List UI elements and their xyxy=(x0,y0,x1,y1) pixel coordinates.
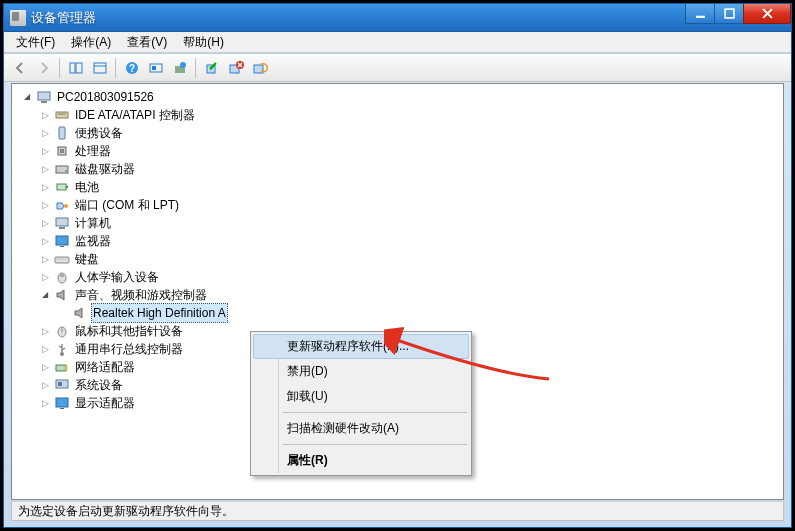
statusbar: 为选定设备启动更新驱动程序软件向导。 xyxy=(11,501,784,521)
show-hide-console-button[interactable] xyxy=(64,57,87,79)
titlebar: 设备管理器 xyxy=(4,4,791,32)
back-button[interactable] xyxy=(8,57,31,79)
context-menu-uninstall[interactable]: 卸载(U) xyxy=(253,384,469,409)
disk-drive-icon xyxy=(54,161,70,177)
svg-rect-37 xyxy=(60,274,64,277)
svg-rect-24 xyxy=(60,149,64,153)
expander-icon[interactable] xyxy=(37,197,53,213)
audio-device-icon xyxy=(72,305,88,321)
context-menu: 更新驱动程序软件(P)... 禁用(D) 卸载(U) 扫描检测硬件改动(A) 属… xyxy=(250,331,472,476)
menu-view[interactable]: 查看(V) xyxy=(119,32,175,53)
context-menu-separator xyxy=(283,412,467,413)
svg-rect-2 xyxy=(70,63,75,73)
svg-point-29 xyxy=(64,204,68,208)
keyboard-icon xyxy=(54,251,70,267)
usb-icon xyxy=(54,341,70,357)
close-button[interactable] xyxy=(743,4,791,24)
tree-root-label: PC201803091526 xyxy=(55,88,156,106)
context-menu-scan-hardware[interactable]: 扫描检测硬件改动(A) xyxy=(253,416,469,441)
disable-toolbar-button[interactable] xyxy=(224,57,247,79)
computer-category-icon xyxy=(54,215,70,231)
window-controls xyxy=(686,4,791,24)
expander-icon[interactable] xyxy=(37,251,53,267)
expander-icon[interactable] xyxy=(37,143,53,159)
forward-button[interactable] xyxy=(32,57,55,79)
processor-icon xyxy=(54,143,70,159)
svg-rect-27 xyxy=(57,184,66,190)
maximize-button[interactable] xyxy=(714,4,744,24)
expander-icon[interactable] xyxy=(37,179,53,195)
tree-item-computer[interactable]: 计算机 xyxy=(37,214,783,232)
expander-icon[interactable] xyxy=(37,395,53,411)
svg-rect-32 xyxy=(56,236,68,245)
tree-item-battery[interactable]: 电池 xyxy=(37,178,783,196)
tree-item-ide[interactable]: IDE ATA/ATAPI 控制器 xyxy=(37,106,783,124)
expander-icon[interactable] xyxy=(37,269,53,285)
portable-device-icon xyxy=(54,125,70,141)
monitor-icon xyxy=(54,233,70,249)
svg-rect-9 xyxy=(152,66,156,70)
context-menu-disable[interactable]: 禁用(D) xyxy=(253,359,469,384)
scan-hardware-toolbar-button[interactable] xyxy=(144,57,167,79)
refresh-toolbar-button[interactable] xyxy=(248,57,271,79)
expander-icon[interactable] xyxy=(37,287,53,303)
svg-text:?: ? xyxy=(128,63,134,74)
svg-point-26 xyxy=(65,170,67,172)
expander-icon[interactable] xyxy=(37,233,53,249)
menu-file[interactable]: 文件(F) xyxy=(8,32,63,53)
svg-rect-33 xyxy=(60,246,64,247)
expander-icon[interactable] xyxy=(37,359,53,375)
tree-item-processor[interactable]: 处理器 xyxy=(37,142,783,160)
menubar: 文件(F) 操作(A) 查看(V) 帮助(H) xyxy=(4,32,791,53)
expander-icon[interactable] xyxy=(37,215,53,231)
context-menu-properties[interactable]: 属性(R) xyxy=(253,448,469,473)
statusbar-text: 为选定设备启动更新驱动程序软件向导。 xyxy=(18,503,234,520)
tree-item-ports[interactable]: 端口 (COM 和 LPT) xyxy=(37,196,783,214)
tree-item-portable[interactable]: 便携设备 xyxy=(37,124,783,142)
context-menu-separator xyxy=(283,444,467,445)
battery-icon xyxy=(54,179,70,195)
minimize-button[interactable] xyxy=(685,4,715,24)
expander-icon[interactable] xyxy=(19,89,35,105)
selected-device-label: Realtek High Definition A xyxy=(91,303,228,323)
context-menu-update-driver[interactable]: 更新驱动程序软件(P)... xyxy=(253,334,469,359)
expander-icon[interactable] xyxy=(37,323,53,339)
svg-rect-20 xyxy=(56,112,68,118)
hid-icon xyxy=(54,269,70,285)
svg-rect-31 xyxy=(59,227,65,229)
svg-rect-45 xyxy=(58,382,62,386)
uninstall-toolbar-button[interactable] xyxy=(200,57,223,79)
computer-icon xyxy=(36,89,52,105)
svg-rect-43 xyxy=(66,366,68,370)
expander-icon[interactable] xyxy=(37,161,53,177)
menu-action[interactable]: 操作(A) xyxy=(63,32,119,53)
tree-item-sound[interactable]: 声音、视频和游戏控制器 xyxy=(37,286,783,304)
tree-root[interactable]: PC201803091526 xyxy=(19,88,783,106)
update-driver-toolbar-button[interactable] xyxy=(168,57,191,79)
system-device-icon xyxy=(54,377,70,393)
help-button[interactable]: ? xyxy=(120,57,143,79)
tree-item-disk[interactable]: 磁盘驱动器 xyxy=(37,160,783,178)
sound-icon xyxy=(54,287,70,303)
svg-rect-46 xyxy=(56,398,68,407)
expander-placeholder xyxy=(55,305,71,321)
svg-rect-19 xyxy=(41,101,47,103)
svg-rect-28 xyxy=(66,186,68,188)
expander-icon[interactable] xyxy=(37,107,53,123)
svg-rect-30 xyxy=(56,218,68,226)
svg-rect-18 xyxy=(38,92,50,100)
expander-icon[interactable] xyxy=(37,377,53,393)
expander-icon[interactable] xyxy=(37,125,53,141)
expander-icon[interactable] xyxy=(37,341,53,357)
tree-item-realtek-audio[interactable]: Realtek High Definition A xyxy=(55,304,783,322)
menu-help[interactable]: 帮助(H) xyxy=(175,32,232,53)
svg-point-11 xyxy=(180,62,186,68)
tree-item-keyboard[interactable]: 键盘 xyxy=(37,250,783,268)
tree-item-monitor[interactable]: 监视器 xyxy=(37,232,783,250)
svg-rect-3 xyxy=(76,63,82,73)
tree-item-hid[interactable]: 人体学输入设备 xyxy=(37,268,783,286)
svg-rect-47 xyxy=(60,408,64,409)
svg-rect-34 xyxy=(55,257,69,263)
svg-rect-4 xyxy=(94,63,106,73)
properties-toolbar-button[interactable] xyxy=(88,57,111,79)
